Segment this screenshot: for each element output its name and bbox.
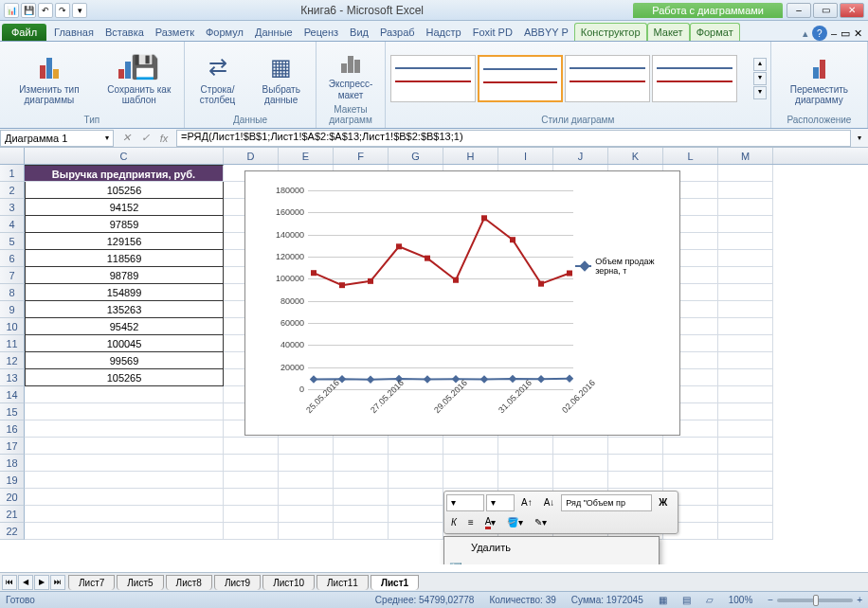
name-box[interactable]: Диаграмма 1 ▾ [0,130,114,147]
zoom-out-button[interactable]: − [768,595,773,605]
cell[interactable] [718,506,773,523]
cell[interactable] [334,489,389,506]
cell[interactable] [718,233,773,250]
row-header[interactable]: 6 [0,250,25,267]
row-header[interactable]: 13 [0,369,25,386]
doc-restore-icon[interactable]: ▭ [841,27,850,40]
row-header[interactable]: 9 [0,301,25,318]
chart-element-dropdown[interactable]: Ряд "Объем пр [561,494,652,511]
menu-delete[interactable]: Удалить [444,537,659,558]
cell[interactable] [498,438,553,455]
styles-more-icon[interactable]: ▾ [753,86,767,99]
cell[interactable] [663,455,718,472]
cell[interactable] [279,438,334,455]
tab-view[interactable]: Вид [344,24,374,41]
column-header[interactable]: K [608,148,663,164]
tab-formulas[interactable]: Формул [200,24,249,41]
minimize-button[interactable]: – [787,3,811,18]
column-header[interactable]: D [224,148,279,164]
column-header[interactable]: H [443,148,498,164]
cell[interactable] [718,250,773,267]
cell[interactable] [25,523,224,540]
cell[interactable] [389,455,443,472]
chart-style-4[interactable] [652,55,737,102]
change-chart-type-button[interactable]: Изменить тип диаграммы [4,50,95,108]
cell[interactable]: 100045 [25,335,224,352]
cell[interactable] [25,472,224,489]
cell[interactable] [663,472,718,489]
cell[interactable] [718,403,773,420]
cell[interactable] [443,438,498,455]
cell[interactable] [718,216,773,233]
sheet-tab[interactable]: Лист11 [316,575,369,590]
cell[interactable] [334,472,389,489]
column-header[interactable]: C [25,148,224,164]
cell[interactable] [498,455,553,472]
cell[interactable] [389,438,443,455]
cell[interactable] [443,455,498,472]
cell[interactable] [718,438,773,455]
row-header[interactable]: 12 [0,352,25,369]
row-header[interactable]: 14 [0,386,25,403]
row-header[interactable]: 10 [0,318,25,335]
row-header[interactable]: 18 [0,455,25,472]
tab-chart-format[interactable]: Формат [690,23,740,41]
select-data-button[interactable]: ▦ Выбрать данные [250,50,312,108]
cell[interactable]: Выручка предприятия, руб. [25,165,224,182]
doc-close-icon[interactable]: ✕ [854,27,862,40]
cell[interactable] [608,472,663,489]
quick-layout-button[interactable]: Экспресс-макет [320,45,381,102]
font-color-button[interactable]: A▾ [480,514,501,531]
cell[interactable]: 105256 [25,182,224,199]
minimize-ribbon-icon[interactable]: ▴ [803,27,808,40]
cell[interactable] [718,318,773,335]
chart-style-3[interactable] [565,55,650,102]
cell[interactable] [25,403,224,420]
help-icon[interactable]: ? [812,26,827,41]
row-header[interactable]: 15 [0,403,25,420]
row-header[interactable]: 3 [0,199,25,216]
tab-chart-design[interactable]: Конструктор [574,23,647,41]
restore-button[interactable]: ▭ [813,3,838,18]
expand-formula-bar-icon[interactable]: ▾ [851,134,868,142]
zoom-value[interactable]: 100% [729,595,753,605]
formula-input[interactable]: =РЯД(Лист1!$B$1;Лист1!$A$2:$A$13;Лист1!$… [176,130,851,147]
cell[interactable] [389,489,443,506]
cell[interactable] [443,472,498,489]
cell[interactable]: 94152 [25,199,224,216]
cell[interactable] [224,472,279,489]
row-header[interactable]: 8 [0,284,25,301]
cell[interactable] [224,455,279,472]
column-header[interactable]: M [718,148,773,164]
cell[interactable]: 154899 [25,284,224,301]
row-header[interactable]: 5 [0,233,25,250]
cell[interactable] [279,455,334,472]
close-button[interactable]: ✕ [840,3,864,18]
cell[interactable]: 95452 [25,318,224,335]
cell[interactable] [224,523,279,540]
cell[interactable] [718,199,773,216]
cell[interactable] [25,489,224,506]
cell[interactable] [718,455,773,472]
cell[interactable] [608,438,663,455]
cell[interactable] [553,472,608,489]
cell[interactable] [224,489,279,506]
tab-abbyy[interactable]: ABBYY P [518,24,574,41]
prev-sheet-icon[interactable]: ◀ [18,575,33,590]
menu-reset-style[interactable]: 🔄 Восстановить стиль [444,558,659,564]
tab-home[interactable]: Главная [48,24,99,41]
tab-page-layout[interactable]: Разметк [150,24,200,41]
embedded-chart[interactable]: 0200004000060000800001000001200001400001… [244,170,680,436]
row-header[interactable]: 19 [0,472,25,489]
first-sheet-icon[interactable]: ⏮ [2,575,17,590]
cell[interactable] [553,455,608,472]
styles-up-icon[interactable]: ▴ [753,58,767,71]
align-button[interactable]: ≡ [463,514,479,531]
chart-style-1[interactable] [390,55,476,102]
move-chart-button[interactable]: Переместить диаграмму [775,50,863,108]
zoom-in-button[interactable]: + [857,595,862,605]
column-header[interactable]: G [389,148,443,164]
view-page-layout-icon[interactable]: ▤ [682,595,691,605]
cell[interactable] [389,506,443,523]
tab-insert[interactable]: Вставка [99,24,150,41]
